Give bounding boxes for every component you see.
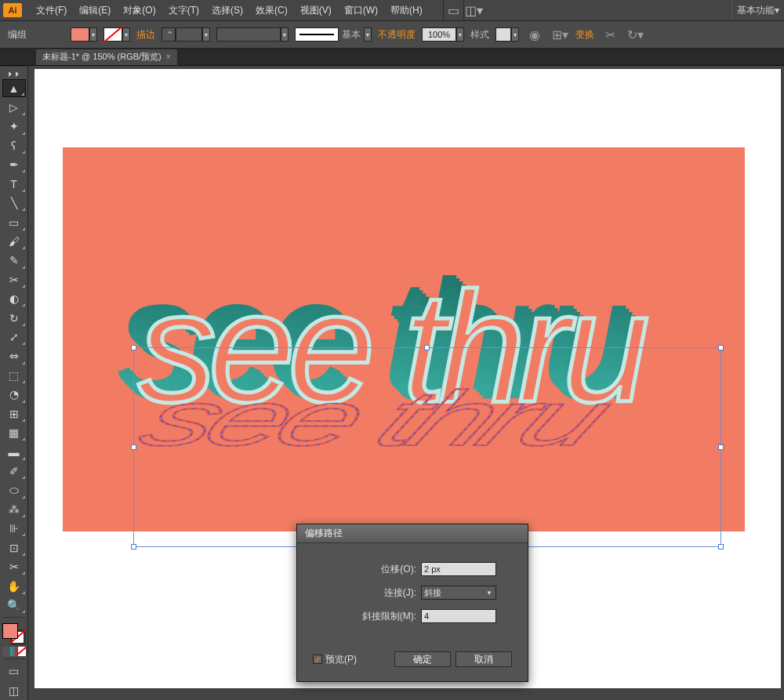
workspace-switcher[interactable]: 基本功能 ▾ xyxy=(731,0,784,20)
scale-tool[interactable]: ⤢ xyxy=(2,328,26,346)
preview-checkbox[interactable]: ✓ xyxy=(313,655,322,664)
menu-file[interactable]: 文件(F) xyxy=(30,0,73,20)
menu-effect[interactable]: 效果(C) xyxy=(249,0,294,20)
variable-width-profile[interactable] xyxy=(216,27,281,42)
screen-mode-normal[interactable]: ▭ xyxy=(2,662,26,680)
app-logo: Ai xyxy=(3,3,22,17)
tool-palette: ⏵⏵ ▲ ▷ ✦ ʕ ✒ T ╲ ▭ 🖌 ✎ ✂ ◐ ↻ ⤢ ⇔ ⬚ ◔ ⊞ ▦… xyxy=(0,67,28,700)
blob-brush-tool[interactable]: ✂ xyxy=(2,271,26,288)
fill-color-icon[interactable] xyxy=(2,623,18,639)
fill-swatch[interactable] xyxy=(71,27,89,42)
cancel-button[interactable]: 取消 xyxy=(456,651,512,667)
stroke-weight-value[interactable] xyxy=(176,27,202,42)
tool-divider xyxy=(3,617,25,618)
artboard-tool[interactable]: ⊡ xyxy=(2,539,26,556)
transform-label[interactable]: 变换 xyxy=(575,28,594,42)
tool-divider-2 xyxy=(3,658,25,659)
control-bar: 编组 ▼ ▼ 描边 ⌃ ▼ ▼ 基本 ▼ 不透明度 100% ▼ 样式 ▼ ◉ … xyxy=(0,20,784,49)
style-dropdown[interactable]: ▼ xyxy=(511,27,519,42)
selection-tool[interactable]: ▲ xyxy=(2,79,26,97)
style-label: 样式 xyxy=(470,28,489,42)
stroke-swatch[interactable] xyxy=(103,27,122,42)
line-tool[interactable]: ╲ xyxy=(2,194,26,212)
menu-object[interactable]: 对象(O) xyxy=(117,0,162,20)
menu-view[interactable]: 视图(V) xyxy=(294,0,338,20)
layout-icon[interactable]: ▭ xyxy=(443,0,463,20)
direct-selection-tool[interactable]: ▷ xyxy=(2,99,26,116)
symbol-sprayer-tool[interactable]: ⁂ xyxy=(2,501,26,518)
expand-tools-icon[interactable]: ⏵⏵ xyxy=(2,69,26,78)
menu-bar: Ai 文件(F) 编辑(E) 对象(O) 文字(T) 选择(S) 效果(C) 视… xyxy=(0,0,784,20)
color-mode-toggle[interactable] xyxy=(2,647,26,656)
blend-tool[interactable]: ⬭ xyxy=(2,481,26,499)
lasso-tool[interactable]: ʕ xyxy=(2,137,26,154)
width-tool[interactable]: ⇔ xyxy=(2,347,26,365)
menu-type[interactable]: 文字(T) xyxy=(162,0,205,20)
menu-select[interactable]: 选择(S) xyxy=(205,0,249,20)
rotate-tool[interactable]: ↻ xyxy=(2,309,26,326)
eyedropper-tool[interactable]: ✐ xyxy=(2,462,26,480)
paintbrush-tool[interactable]: 🖌 xyxy=(2,233,26,250)
miter-input[interactable] xyxy=(421,609,496,623)
isolate-icon[interactable]: ✂ xyxy=(601,25,619,44)
offset-path-dialog: 偏移路径 位移(O): 连接(J): 斜接▼ 斜接限制(M): ✓ 预览(P) … xyxy=(296,524,528,682)
vwp-dropdown[interactable]: ▼ xyxy=(281,27,289,42)
arrange-icon[interactable]: ◫▾ xyxy=(463,0,484,20)
artboard[interactable]: see thru see thru see thru see thru see … xyxy=(63,147,745,531)
column-graph-tool[interactable]: ⊪ xyxy=(2,520,26,537)
zoom-tool[interactable]: 🔍 xyxy=(2,597,26,614)
selection-bounding-box[interactable] xyxy=(133,347,721,547)
context-label: 编组 xyxy=(8,28,27,42)
stroke-weight-input[interactable]: ⌃ xyxy=(162,27,176,42)
join-select[interactable]: 斜接▼ xyxy=(421,586,496,600)
extra-icon[interactable]: ↻▾ xyxy=(626,25,644,44)
brush-label: 基本 xyxy=(342,28,361,42)
gradient-tool[interactable]: ▬ xyxy=(2,443,26,460)
shape-builder-tool[interactable]: ◔ xyxy=(2,386,26,403)
dialog-title: 偏移路径 xyxy=(297,524,528,543)
fill-stroke-control[interactable] xyxy=(2,623,26,645)
document-tab-title: 未标题-1* @ 150% (RGB/预览) xyxy=(42,51,162,63)
join-label: 连接(J): xyxy=(384,586,416,600)
stroke-label[interactable]: 描边 xyxy=(136,28,155,42)
pen-tool[interactable]: ✒ xyxy=(2,156,26,173)
preview-label: 预览(P) xyxy=(325,653,390,666)
stroke-weight-dropdown[interactable]: ▼ xyxy=(202,27,210,42)
offset-label: 位移(O): xyxy=(381,563,416,576)
eraser-tool[interactable]: ◐ xyxy=(2,290,26,307)
screen-mode-full[interactable]: ◫ xyxy=(2,682,26,699)
hand-tool[interactable]: ✋ xyxy=(2,577,26,594)
brush-preview[interactable] xyxy=(295,27,339,42)
style-swatch[interactable] xyxy=(495,27,511,42)
magic-wand-tool[interactable]: ✦ xyxy=(2,118,26,135)
align-icon[interactable]: ⊞▾ xyxy=(550,25,569,44)
stroke-dropdown[interactable]: ▼ xyxy=(122,27,130,42)
opacity-value[interactable]: 100% xyxy=(422,27,456,42)
ok-button[interactable]: 确定 xyxy=(394,651,451,667)
fill-dropdown[interactable]: ▼ xyxy=(89,27,97,42)
offset-input[interactable] xyxy=(421,562,496,576)
opacity-dropdown[interactable]: ▼ xyxy=(456,27,464,42)
rectangle-tool[interactable]: ▭ xyxy=(2,213,26,230)
slice-tool[interactable]: ✂ xyxy=(2,558,26,575)
document-tab[interactable]: 未标题-1* @ 150% (RGB/预览) × xyxy=(36,49,177,65)
perspective-grid-tool[interactable]: ⊞ xyxy=(2,405,26,423)
document-tab-bar: 未标题-1* @ 150% (RGB/预览) × xyxy=(0,49,784,66)
recolor-icon[interactable]: ◉ xyxy=(525,25,544,44)
mesh-tool[interactable]: ▦ xyxy=(2,424,26,441)
miter-label: 斜接限制(M): xyxy=(362,610,416,623)
close-icon[interactable]: × xyxy=(166,53,171,61)
menu-edit[interactable]: 编辑(E) xyxy=(73,0,117,20)
free-transform-tool[interactable]: ⬚ xyxy=(2,367,26,384)
opacity-label[interactable]: 不透明度 xyxy=(378,28,416,42)
brush-dropdown[interactable]: ▼ xyxy=(364,27,372,42)
pencil-tool[interactable]: ✎ xyxy=(2,252,26,269)
type-tool[interactable]: T xyxy=(2,175,26,192)
menu-help[interactable]: 帮助(H) xyxy=(384,0,429,20)
menu-window[interactable]: 窗口(W) xyxy=(338,0,384,20)
